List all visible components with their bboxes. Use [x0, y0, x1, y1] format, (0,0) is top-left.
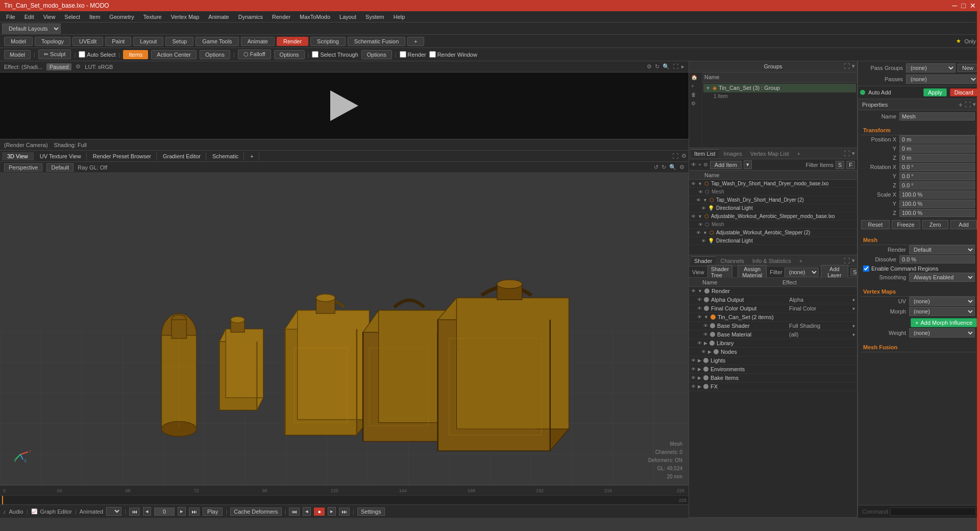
next-frame-btn[interactable]: ⏭	[189, 508, 200, 516]
props-more[interactable]: ▾	[973, 101, 976, 108]
shader-row-environments[interactable]: 👁 ▶ Environments	[689, 365, 857, 374]
options-btn-3[interactable]: Options	[361, 50, 392, 59]
menu-select[interactable]: Select	[60, 13, 84, 21]
tab-setup[interactable]: Setup	[165, 37, 193, 46]
viewport-tab-render-preset[interactable]: Render Preset Browser	[88, 152, 157, 160]
group-tree-item[interactable]: ▼ ◈ Tin_Can_Set (3) : Group	[703, 84, 856, 92]
tab-paint[interactable]: Paint	[105, 37, 131, 46]
rot-x-input[interactable]	[899, 163, 975, 171]
list-item-6[interactable]: 👁 ⬡ Mesh	[689, 221, 857, 229]
preview-zoom-icon[interactable]: 🔍	[663, 63, 670, 70]
eye-2[interactable]: 👁	[698, 189, 703, 195]
transport-stop[interactable]: ●	[314, 508, 325, 516]
tab-shader-add[interactable]: +	[796, 257, 805, 265]
list-item-1[interactable]: 👁 ▼ ⬡ Tap_Wash_Dry_Short_Hand_Dryer_modo…	[689, 180, 857, 188]
group-sub-item[interactable]: 1 Item	[703, 92, 856, 100]
select-through-checkbox[interactable]	[312, 51, 318, 58]
play-button[interactable]	[330, 90, 358, 121]
eye-8[interactable]: 👁	[701, 238, 706, 244]
layout-dropdown[interactable]: Default Layouts	[2, 23, 61, 34]
filter-s-btn[interactable]: S	[836, 161, 844, 169]
pos-y-input[interactable]	[899, 144, 975, 153]
shader-row-lights[interactable]: 👁 ▶ Lights	[689, 356, 857, 365]
viewport-more-icon[interactable]: ⚙	[681, 153, 687, 159]
menu-animate[interactable]: Animate	[204, 13, 233, 21]
shader-expand-9[interactable]: ▶	[698, 358, 701, 363]
group-icon-3[interactable]: 🗑	[690, 91, 701, 99]
viewport-tab-gradient[interactable]: Gradient Editor	[158, 152, 206, 160]
discard-btn[interactable]: Discard	[950, 88, 978, 96]
viewport-tab-uv[interactable]: UV Texture View	[35, 152, 87, 160]
menu-layout[interactable]: Layout	[335, 13, 360, 21]
shader-eye-11[interactable]: 👁	[691, 375, 696, 380]
transport-next[interactable]: ⏭	[339, 508, 350, 516]
shader-row-baseshader[interactable]: 👁 Base Shader Full Shading ▾	[689, 322, 857, 330]
eye-4[interactable]: 👁	[701, 206, 706, 211]
shader-eye-5[interactable]: 👁	[703, 323, 708, 328]
timeline-position-marker[interactable]	[2, 496, 3, 504]
add-layer-btn[interactable]: Add Layer	[821, 265, 849, 279]
maximize-btn[interactable]: □	[962, 2, 966, 10]
tab-vertex-map[interactable]: Vertex Map List	[747, 150, 792, 158]
eye-7[interactable]: 👁	[696, 230, 701, 235]
pos-z-input[interactable]	[899, 154, 975, 162]
filter-f-btn[interactable]: F	[846, 161, 855, 169]
tab-gametools[interactable]: Game Tools	[195, 37, 239, 46]
sculpt-btn[interactable]: ✏ Sculpt	[38, 50, 71, 59]
animated-dropdown[interactable]	[106, 507, 121, 516]
item-list-expand[interactable]: ⛶	[844, 150, 850, 157]
name-input[interactable]	[899, 112, 975, 120]
shader-eye-9[interactable]: 👁	[691, 358, 696, 363]
viewport-tab-add[interactable]: +	[245, 152, 259, 160]
items-btn[interactable]: Items	[123, 50, 148, 59]
default-label[interactable]: Default	[46, 163, 74, 172]
item-expand-5[interactable]: ▼	[698, 214, 702, 219]
shader-expand-1[interactable]: ▼	[698, 288, 702, 294]
weight-select[interactable]: (none)	[909, 328, 975, 337]
scale-y-input[interactable]	[899, 200, 975, 208]
zero-btn[interactable]: Zero	[922, 220, 949, 229]
shader-eye-8[interactable]: 👁	[701, 349, 706, 354]
list-item-8[interactable]: 👁 💡 Directional Light	[689, 237, 857, 245]
dissolve-input[interactable]	[899, 255, 975, 263]
shader-expand-12[interactable]: ▶	[698, 384, 701, 389]
apply-btn[interactable]: Apply	[923, 88, 947, 96]
rot-y-input[interactable]	[899, 172, 975, 180]
pos-x-input[interactable]	[899, 135, 975, 143]
tab-shader[interactable]: Shader	[691, 256, 715, 265]
eye-6[interactable]: 👁	[698, 222, 703, 227]
tab-scripting[interactable]: Scripting	[310, 37, 346, 46]
shader-expand-8[interactable]: ▶	[708, 349, 712, 354]
shader-filter-select[interactable]: (none)	[785, 268, 819, 277]
menu-system[interactable]: System	[361, 13, 388, 21]
shader-eye-10[interactable]: 👁	[691, 367, 696, 372]
shader-expand[interactable]: ⛶	[844, 257, 850, 264]
pass-groups-select[interactable]: (none)	[906, 63, 955, 73]
shader-eye-6[interactable]: 👁	[703, 332, 708, 337]
shader-arrow-6[interactable]: ▾	[852, 332, 855, 337]
passes-select[interactable]: (none)	[906, 75, 978, 84]
step-forward-btn[interactable]: ▸	[178, 507, 186, 516]
list-item-4[interactable]: 👁 💡 Directional Light	[689, 204, 857, 212]
menu-texture[interactable]: Texture	[139, 13, 166, 21]
scale-z-input[interactable]	[899, 209, 975, 217]
render-checkbox[interactable]	[400, 51, 406, 58]
shader-expand-11[interactable]: ▶	[698, 375, 701, 380]
transport-prev[interactable]: ⏮	[289, 508, 300, 516]
shader-more[interactable]: ▾	[852, 257, 855, 264]
item-expand-1[interactable]: ▼	[698, 181, 702, 186]
add-item-btn[interactable]: Add Item	[710, 161, 742, 169]
render-window-checkbox[interactable]	[429, 51, 436, 58]
shader-row-render[interactable]: 👁 ▼ Render	[689, 287, 857, 296]
list-item-3[interactable]: 👁 ▼ ⬡ Tap_Wash_Dry_Short_Hand_Dryer (2)	[689, 196, 857, 204]
menu-view[interactable]: View	[39, 13, 60, 21]
tab-model[interactable]: Model	[4, 37, 33, 46]
smoothing-select[interactable]: Always Enabled	[909, 273, 975, 282]
tab-uvedit[interactable]: UVEdit	[72, 37, 103, 46]
preview-expand-icon[interactable]: ⛶	[673, 63, 678, 70]
shader-eye-7[interactable]: 👁	[697, 341, 702, 346]
shader-eye-12[interactable]: 👁	[691, 384, 696, 389]
list-item-2[interactable]: 👁 ⬡ Mesh	[689, 188, 857, 196]
render-select[interactable]: Default	[909, 245, 975, 254]
menu-render[interactable]: Render	[268, 13, 295, 21]
